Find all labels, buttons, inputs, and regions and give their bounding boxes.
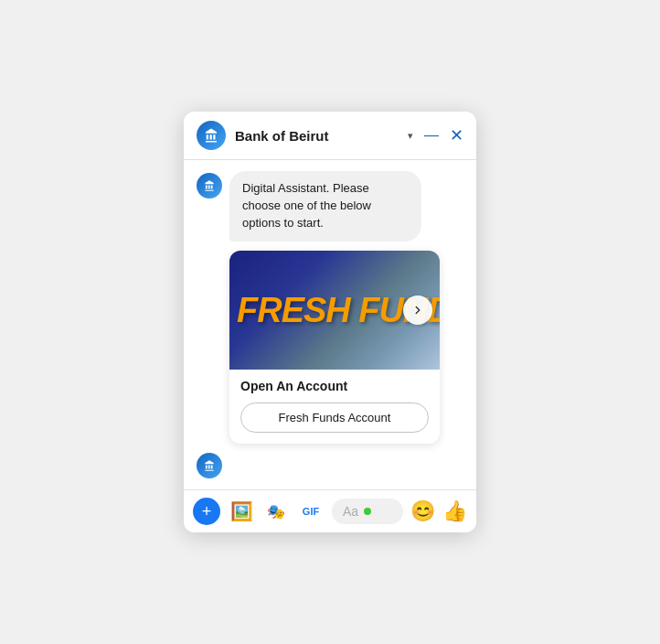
online-dot	[364, 508, 371, 515]
chat-window: Bank of Beirut ▾ — ✕ Digital Assistant. …	[184, 112, 476, 532]
messages-area: Digital Assistant. Please choose one of …	[184, 160, 476, 489]
chat-input-bar: + 🖼️ 🎭 GIF Aa 😊 👍	[184, 489, 476, 532]
chat-header: Bank of Beirut ▾ — ✕	[184, 112, 476, 160]
photo-icon: 🖼️	[230, 500, 253, 522]
message-placeholder: Aa	[343, 504, 358, 519]
sticker-button[interactable]: 🎭	[262, 498, 290, 525]
header-title: Bank of Beirut	[235, 128, 406, 144]
bot-row-bottom	[197, 451, 463, 478]
gif-label: GIF	[303, 506, 319, 517]
card-title: Open An Account	[240, 379, 429, 393]
bank-logo-icon	[197, 121, 226, 150]
emoji-button[interactable]: 😊	[410, 499, 435, 523]
bot-message-row: Digital Assistant. Please choose one of …	[197, 171, 463, 242]
card-image: FRESH FUND	[229, 251, 440, 370]
fresh-funds-account-button[interactable]: Fresh Funds Account	[240, 402, 429, 433]
bot-avatar-bottom	[197, 453, 222, 478]
like-button[interactable]: 👍	[442, 499, 467, 523]
plus-icon: +	[202, 502, 212, 521]
card-next-button[interactable]	[403, 295, 432, 325]
message-input[interactable]: Aa	[332, 499, 403, 524]
add-button[interactable]: +	[193, 498, 220, 525]
bot-message-bubble: Digital Assistant. Please choose one of …	[229, 171, 421, 242]
sticker-icon: 🎭	[267, 503, 285, 521]
header-controls: — ✕	[424, 127, 463, 144]
card-content: Open An Account Fresh Funds Account	[229, 370, 440, 444]
minimize-button[interactable]: —	[424, 128, 439, 143]
fresh-funds-card: FRESH FUND Open An Account Fresh Funds A…	[229, 251, 440, 444]
bot-avatar	[197, 173, 222, 199]
photo-button[interactable]: 🖼️	[228, 498, 255, 525]
chevron-down-icon[interactable]: ▾	[408, 130, 413, 142]
close-button[interactable]: ✕	[450, 127, 463, 144]
gif-button[interactable]: GIF	[297, 498, 325, 525]
